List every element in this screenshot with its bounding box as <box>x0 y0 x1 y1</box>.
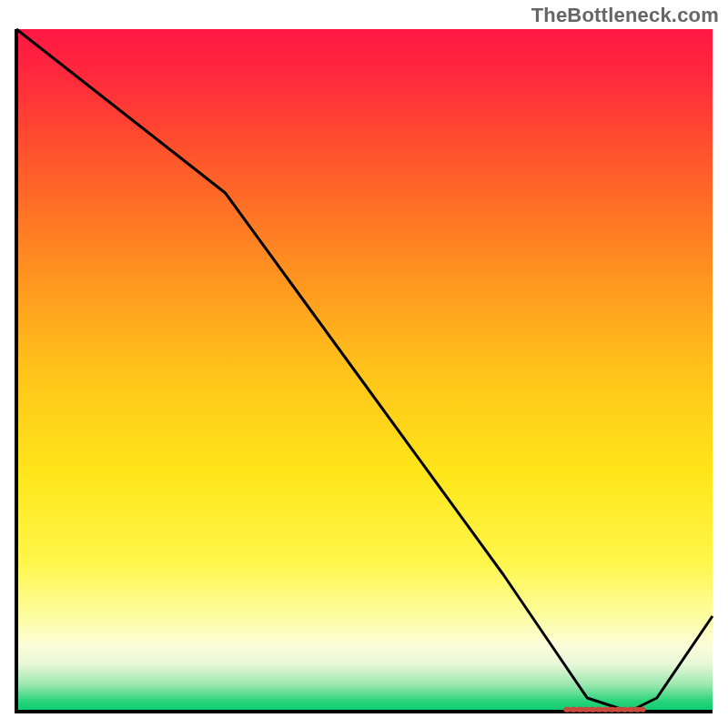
gradient-background <box>16 29 713 712</box>
watermark-text: TheBottleneck.com <box>531 4 719 27</box>
chart-container: TheBottleneck.com <box>0 0 728 728</box>
chart-svg <box>0 0 728 728</box>
plot-area <box>16 29 713 712</box>
